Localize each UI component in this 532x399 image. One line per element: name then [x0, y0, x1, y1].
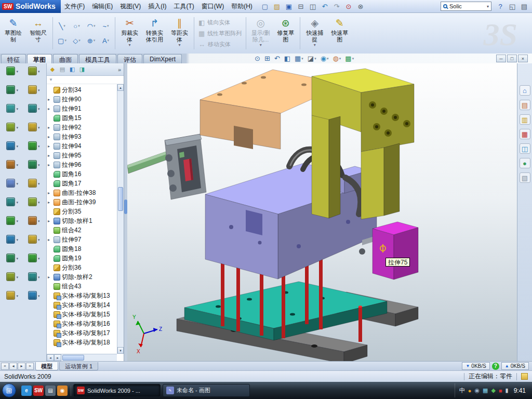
tree-item[interactable]: ▸ 实体-移动/复制16: [48, 319, 124, 328]
update-icon[interactable]: ●: [468, 388, 472, 394]
clock[interactable]: 9:41: [514, 387, 526, 394]
left-toolbar-icon[interactable]: ▾: [6, 235, 18, 254]
zoom-fit-icon[interactable]: ⊙: [254, 54, 261, 63]
document-tab[interactable]: 模型: [35, 362, 58, 370]
tree-item[interactable]: ▸ 圆角15: [48, 113, 124, 123]
dropdown-arrow-icon[interactable]: ▾: [16, 238, 18, 242]
help-icon[interactable]: ?: [495, 1, 506, 11]
appearance-icon[interactable]: ◍: [332, 54, 342, 63]
tree-item[interactable]: ▸ 拉伸93: [48, 132, 124, 141]
tree-item[interactable]: ▸ 切除-放样2: [48, 272, 124, 282]
scroll-down-button[interactable]: ▾: [117, 347, 124, 354]
section-view-icon[interactable]: ◧: [283, 54, 291, 63]
redo-icon[interactable]: ↷: [331, 1, 342, 11]
left-toolbar-icon[interactable]: ▾: [28, 85, 40, 104]
file-explorer-icon[interactable]: ▥: [520, 114, 530, 125]
internet-explorer-icon[interactable]: e: [21, 385, 32, 396]
save-icon[interactable]: ▣: [283, 1, 295, 11]
dropdown-arrow-icon[interactable]: ▾: [38, 275, 40, 280]
tree-item[interactable]: ▸ 切除-放样1: [48, 216, 124, 225]
convert-entities-button[interactable]: ↱ 转换实 体引用: [142, 15, 167, 49]
tree-item[interactable]: ▸ 组合42: [48, 225, 124, 235]
polygon-tool-icon[interactable]: ◇: [70, 34, 84, 48]
expand-arrow-icon[interactable]: ▸: [48, 153, 52, 158]
scene-icon[interactable]: ▩: [344, 54, 355, 63]
left-toolbar-icon[interactable]: ▾: [28, 197, 40, 216]
trim-entities-button[interactable]: ✂ 剪裁实 体: [117, 15, 142, 49]
dropdown-arrow-icon[interactable]: ▾: [38, 107, 40, 111]
left-toolbar-icon[interactable]: ▾: [28, 123, 40, 141]
left-toolbar-icon[interactable]: ▾: [6, 272, 18, 291]
dropdown-arrow-icon[interactable]: ▾: [16, 88, 18, 92]
minimize-button[interactable]: ─: [496, 55, 506, 62]
ime-language-icon[interactable]: 中: [459, 387, 465, 394]
commandmanager-tab[interactable]: 草图: [27, 54, 52, 63]
taskbar-task[interactable]: SW SolidWorks 2009 - ...: [73, 384, 161, 397]
left-toolbar-icon[interactable]: ▾: [6, 123, 18, 141]
propertymanager-tab-icon[interactable]: ▤: [58, 65, 66, 74]
expand-arrow-icon[interactable]: ▸: [48, 97, 52, 102]
dropdown-arrow-icon[interactable]: ▾: [16, 70, 18, 74]
custom-properties-icon[interactable]: ▧: [520, 172, 530, 183]
new-document-icon[interactable]: ▢: [259, 1, 271, 11]
last-tab-button[interactable]: »: [26, 363, 34, 370]
tree-item[interactable]: ▸ 分割36: [48, 263, 124, 272]
tree-item[interactable]: ▸ 拉伸97: [48, 235, 124, 244]
left-toolbar-icon[interactable]: ▾: [28, 235, 40, 254]
display-pane-chevron[interactable]: »: [118, 66, 122, 73]
view-orientation-icon[interactable]: ▦: [294, 54, 304, 63]
move-entities-button[interactable]: ↔ 移动实体: [196, 40, 244, 49]
tree-vertical-scrollbar[interactable]: ▴ ▾: [117, 84, 124, 354]
tree-item[interactable]: ▸ 圆角18: [48, 244, 124, 254]
support-bracket[interactable]: [312, 69, 414, 219]
dropdown-arrow-icon[interactable]: ▾: [16, 163, 18, 167]
left-toolbar-icon[interactable]: ▾: [6, 66, 18, 85]
tree-item[interactable]: ▸ 实体-移动/复制18: [48, 338, 124, 347]
tree-item[interactable]: ▸ 曲面-拉伸39: [48, 197, 124, 207]
security-icon[interactable]: ◆: [491, 387, 495, 394]
expand-arrow-icon[interactable]: ▸: [48, 219, 52, 223]
scrollbar-thumb[interactable]: [62, 355, 84, 361]
search-input[interactable]: Solic ▾: [441, 2, 491, 11]
appearances-scenes-icon[interactable]: ●: [520, 158, 530, 168]
tree-item[interactable]: ▸ 圆角16: [48, 169, 124, 179]
repair-sketch-button[interactable]: ⊛ 修复草 图: [273, 15, 298, 49]
scroll-left-button[interactable]: ◂: [47, 354, 54, 361]
tree-item[interactable]: ▸ 拉伸92: [48, 123, 124, 132]
close-button[interactable]: ×: [518, 55, 528, 62]
dropdown-arrow-icon[interactable]: ▾: [16, 275, 18, 280]
quick-snaps-button[interactable]: ◈ 快速捕 捉: [302, 15, 327, 49]
zoom-area-icon[interactable]: ⊞: [263, 54, 271, 63]
view-palette-icon[interactable]: ◫: [520, 143, 530, 154]
menu-item[interactable]: 插入(I): [144, 0, 170, 13]
dropdown-arrow-icon[interactable]: ▾: [16, 126, 18, 130]
volume-icon[interactable]: ◉: [474, 387, 480, 394]
expand-arrow-icon[interactable]: ▸: [48, 163, 52, 167]
offset-entities-button[interactable]: ∥ 等距实 体: [167, 15, 192, 49]
expand-arrow-icon[interactable]: ▸: [48, 200, 52, 205]
scroll-right-button[interactable]: ▸: [54, 354, 61, 361]
line-tool-icon[interactable]: ╲: [55, 19, 69, 33]
dropdown-arrow-icon[interactable]: ▾: [38, 201, 40, 205]
tree-item[interactable]: ▸ 分割34: [48, 85, 124, 95]
menu-item[interactable]: 帮助(H): [228, 0, 256, 13]
solidworks-tray-icon[interactable]: ■: [499, 388, 502, 394]
dropdown-arrow-icon[interactable]: ▾: [38, 126, 40, 130]
scroll-up-button[interactable]: ▴: [117, 84, 124, 91]
commandmanager-tab[interactable]: DimXpert: [143, 54, 182, 63]
tree-item[interactable]: ▸ 实体-移动/复制13: [48, 291, 124, 300]
tree-item[interactable]: ▸ 拉伸91: [48, 104, 124, 113]
options-icon[interactable]: ⊗: [355, 1, 366, 11]
menu-item[interactable]: 工具(T): [170, 0, 198, 13]
dropdown-arrow-icon[interactable]: ▾: [38, 257, 40, 261]
left-toolbar-icon[interactable]: ▾: [6, 141, 18, 160]
help-bubble-icon[interactable]: ?: [492, 363, 499, 370]
first-tab-button[interactable]: «: [1, 363, 9, 370]
print-preview-icon[interactable]: ◫: [307, 1, 318, 11]
undo-icon[interactable]: ↶: [319, 1, 330, 11]
solidworks-launcher-icon[interactable]: SW: [33, 385, 44, 396]
design-library-icon[interactable]: ▤: [520, 100, 530, 110]
tree-item[interactable]: ▸ 分割35: [48, 207, 124, 216]
spline-tool-icon[interactable]: ~: [99, 19, 113, 33]
previous-view-icon[interactable]: ↶: [273, 54, 281, 63]
